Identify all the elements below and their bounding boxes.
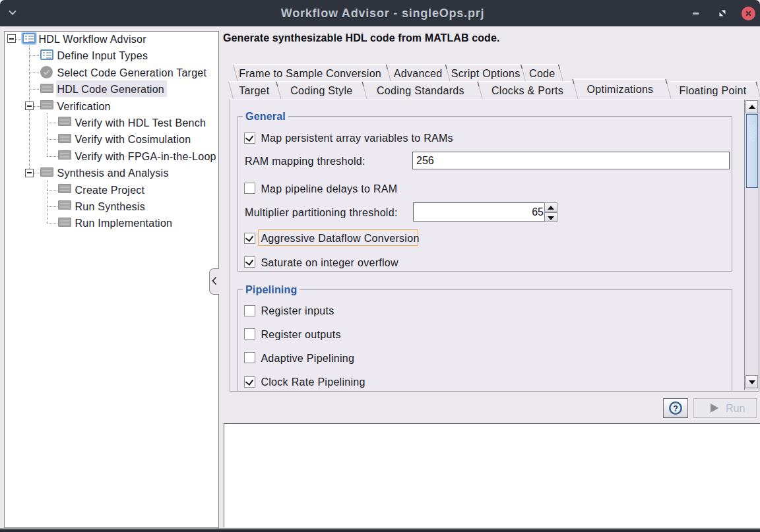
svg-text:?: ?	[673, 404, 678, 413]
